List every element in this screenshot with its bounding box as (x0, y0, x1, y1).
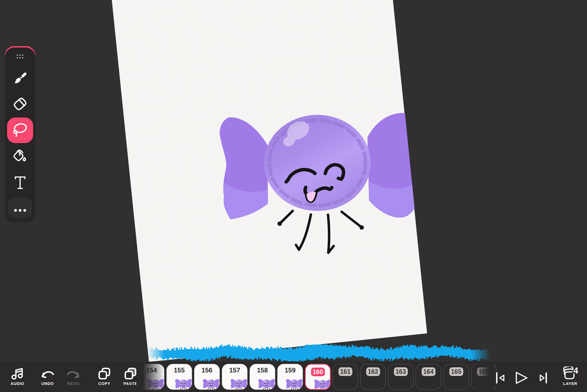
svg-text:4: 4 (573, 366, 578, 375)
